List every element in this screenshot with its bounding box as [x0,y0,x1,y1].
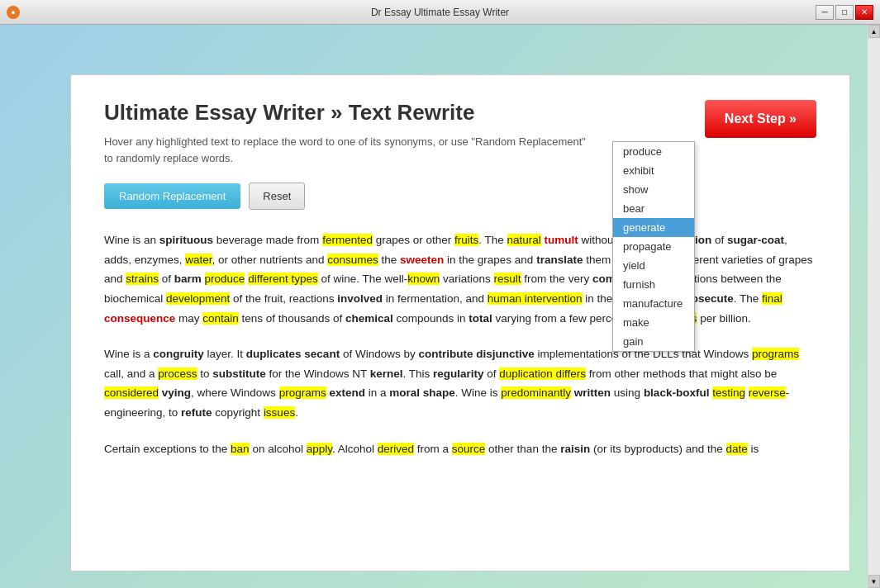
word-known[interactable]: known [407,273,440,285]
scroll-up-arrow[interactable]: ▲ [868,25,880,38]
word-extend[interactable]: extend [329,386,365,399]
app-icon: ● [7,6,20,19]
word-water[interactable]: water [185,254,212,266]
word-nutrients-cont: ents and [282,254,325,266]
window-title: Dr Essay Ultimate Essay Writer [371,7,509,18]
dropdown-item-bear[interactable]: bear [613,199,694,218]
word-source[interactable]: source [452,443,486,455]
word-produce[interactable]: produce [205,273,245,285]
word-final[interactable]: final [762,292,782,305]
dropdown-item-exhibit[interactable]: exhibit [613,161,694,180]
word-different-types[interactable]: different types [248,273,318,285]
word-development[interactable]: development [166,292,230,305]
button-row: Random Replacement Reset [104,183,816,210]
word-programs[interactable]: programs [752,348,799,360]
word-sugar-coat[interactable]: sugar-coat [727,234,784,246]
word-date[interactable]: date [726,443,748,455]
essay-paragraph-3: Certain exceptions to the ban on alcohol… [104,439,816,459]
word-translate[interactable]: translate [536,254,583,266]
word-ban[interactable]: ban [231,443,250,455]
minimize-button[interactable]: ─ [816,5,834,20]
word-spirituous[interactable]: spirituous [159,234,213,246]
word-testing[interactable]: testing [712,386,745,399]
word-substitute[interactable]: substitute [212,368,266,380]
word-tumult[interactable]: tumult [545,234,578,246]
word-duplicates-secant[interactable]: duplicates secant [246,348,340,360]
word-considered[interactable]: considered [104,386,159,399]
word-refute[interactable]: refute [181,406,212,419]
word-natural[interactable]: natural [507,234,541,246]
word-vying[interactable]: vying [162,386,191,399]
dropdown-item-furnish[interactable]: furnish [613,275,694,294]
word-involved[interactable]: involved [337,292,383,305]
next-step-button[interactable]: Next Step » [705,100,816,138]
word-derived[interactable]: derived [378,443,414,455]
word-black-boxful[interactable]: black-boxful [644,386,710,399]
word-strains[interactable]: strains [126,273,159,285]
word-consumes[interactable]: consumes [327,254,378,266]
reset-button[interactable]: Reset [249,183,305,210]
scrollbar: ▲ ▼ [867,25,880,588]
word-kernel[interactable]: kernel [370,368,403,380]
dropdown-item-generate[interactable]: generate [613,218,694,237]
dropdown-list[interactable]: produce exhibit show bear generate propa… [612,141,695,352]
word-consequence[interactable]: consequence [104,312,175,325]
dropdown-item-yield[interactable]: yield [613,256,694,275]
dropdown-item-propagate[interactable]: propagate [613,237,694,256]
main-window: Next Step » Ultimate Essay Writer » Text… [70,74,850,571]
word-chemical[interactable]: chemical [345,312,393,325]
word-barm[interactable]: barm [174,273,202,285]
title-bar: ● Dr Essay Ultimate Essay Writer ─ □ ✕ [0,0,880,25]
random-replacement-button[interactable]: Random Replacement [104,183,240,209]
dropdown-item-manufacture[interactable]: manufacture [613,294,694,313]
word-fruits[interactable]: fruits [454,234,478,246]
dropdown-item-make[interactable]: make [613,313,694,332]
synonym-dropdown[interactable]: produce exhibit show bear generate propa… [612,141,695,352]
word-moral-shape[interactable]: moral shape [389,386,455,399]
word-reverse[interactable]: reverse [749,386,786,399]
word-issues[interactable]: issues [264,406,295,419]
dropdown-item-gain[interactable]: gain [613,332,694,351]
word-human-intervention[interactable]: human intervention [488,292,583,305]
word-raisin[interactable]: raisin [560,443,590,455]
essay-content: Wine is an spirituous beverage made from… [104,230,816,458]
maximize-button[interactable]: □ [835,5,854,20]
word-programs2[interactable]: programs [279,386,326,399]
word-predominantly[interactable]: predominantly [501,386,571,399]
scroll-down-arrow[interactable]: ▼ [868,575,880,588]
word-duplication-differs[interactable]: duplication differs [499,368,586,380]
word-apply[interactable]: apply [307,443,332,455]
word-congruity[interactable]: congruity [153,348,204,360]
word-total[interactable]: total [469,312,492,325]
subtitle: Hover any highlighted text to replace th… [104,134,816,166]
close-button[interactable]: ✕ [855,5,873,20]
essay-paragraph-2: Wine is a congruity layer. It duplicates… [104,344,816,423]
word-contain[interactable]: contain [202,312,239,325]
word-process[interactable]: process [158,368,197,380]
word-fermented[interactable]: fermented [322,234,373,246]
dropdown-item-produce[interactable]: produce [613,142,694,161]
word-result[interactable]: result [494,273,521,285]
word-sweeten[interactable]: sweeten [400,254,444,266]
word-written[interactable]: written [574,386,611,399]
window-controls: ─ □ ✕ [816,5,873,20]
word-contribute-disjunctive[interactable]: contribute disjunctive [418,348,534,360]
dropdown-item-show[interactable]: show [613,180,694,199]
word-regularity[interactable]: regularity [433,368,484,380]
essay-paragraph-1: Wine is an spirituous beverage made from… [104,230,816,328]
